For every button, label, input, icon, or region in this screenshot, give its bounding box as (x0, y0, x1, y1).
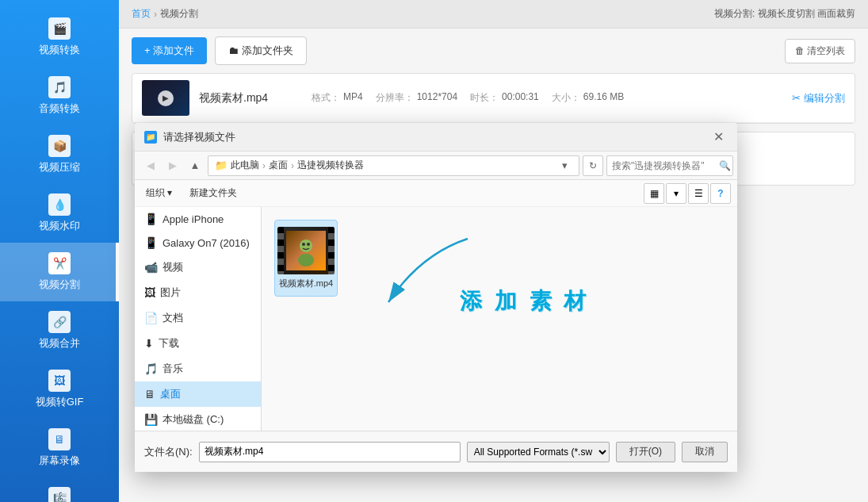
file-list-area: ▶ 视频素材.mp4 格式： MP4 分辨率： 1012*704 时长： 00:… (132, 73, 855, 124)
sidebar-local-disk-c[interactable]: 💾 本地磁盘 (C:) (135, 407, 261, 431)
breadcrumb-current: 视频分割 (160, 7, 198, 21)
organize-button[interactable]: 组织 ▾ (141, 184, 177, 202)
video-strips-right (328, 227, 335, 274)
edit-split-button[interactable]: ✂ 编辑分割 (792, 91, 845, 105)
path-sep-2: › (291, 160, 294, 171)
file-duration: 时长： 00:00:31 (470, 91, 539, 105)
path-sep-1: › (262, 160, 266, 171)
sidebar-pictures[interactable]: 🖼 图片 (135, 280, 261, 305)
new-folder-button[interactable]: 新建文件夹 (183, 184, 243, 202)
file-format: 格式： MP4 (312, 91, 363, 105)
format-select[interactable]: All Supported Formats (*.sw (467, 442, 610, 462)
breadcrumb-home[interactable]: 首页 (132, 7, 151, 21)
music-label: 音乐 (163, 362, 183, 376)
galaxy-on7-label: Galaxy On7 (2016) (163, 237, 250, 249)
video-label: 视频 (163, 260, 183, 274)
desktop-label: 桌面 (160, 387, 181, 401)
video-thumb-image (290, 235, 322, 266)
documents-icon: 📄 (144, 312, 158, 324)
desktop-icon: 🖥 (144, 388, 155, 400)
view-btn-dropdown[interactable]: ▾ (666, 183, 686, 204)
sidebar-item-label-video-convert: 视频转换 (39, 43, 80, 57)
video-thumb-bg (277, 227, 335, 274)
documents-label: 文档 (163, 311, 183, 325)
sidebar-galaxy-on7[interactable]: 📱 Galaxy On7 (2016) (135, 231, 261, 255)
video-thumb-center (286, 231, 326, 270)
search-input[interactable] (606, 155, 733, 176)
view-buttons: ▦ ▾ ☰ ? (644, 183, 731, 204)
refresh-button[interactable]: ↻ (583, 155, 603, 176)
local-disk-c-icon: 💾 (144, 413, 158, 426)
add-folder-button[interactable]: 🖿 添加文件夹 (215, 36, 307, 65)
clear-list-button[interactable]: 🗑 清空列表 (785, 39, 855, 63)
play-button-overlay[interactable]: ▶ (158, 90, 174, 106)
music-icon: 🎵 (144, 362, 158, 375)
add-file-button[interactable]: + 添加文件 (132, 37, 207, 64)
path-dropdown-button[interactable]: ▾ (556, 156, 572, 175)
file-icon-item[interactable]: 视频素材.mp4 (274, 220, 338, 297)
dialog-toolbar2: 组织 ▾ 新建文件夹 ▦ ▾ ☰ ? (135, 180, 737, 207)
file-row: ▶ 视频素材.mp4 格式： MP4 分辨率： 1012*704 时长： 00:… (132, 74, 855, 123)
nav-forward-button[interactable]: ▶ (163, 156, 182, 175)
toolbar: + 添加文件 🖿 添加文件夹 🗑 清空列表 (119, 29, 868, 73)
pictures-label: 图片 (160, 285, 181, 300)
sidebar-item-video-gif[interactable]: 🖼 视频转GIF (0, 360, 119, 419)
sidebar-item-label-video-gif: 视频转GIF (36, 395, 84, 409)
arrow-annotation (373, 231, 499, 326)
video-split-icon: ✂️ (48, 252, 71, 274)
audio-convert-icon: 🎵 (48, 76, 71, 98)
dialog-title-bar: 📁 请选择视频文件 ✕ (135, 123, 737, 151)
path-part-1: 此电脑 (231, 159, 259, 172)
file-picker-dialog: 📁 请选择视频文件 ✕ ◀ ▶ ▲ 📁 此电脑 › 桌面 › 迅捷视频转换器 ▾… (135, 123, 737, 472)
sidebar-music[interactable]: 🎵 音乐 (135, 356, 261, 381)
sidebar-apple-iphone[interactable]: 📱 Apple iPhone (135, 207, 261, 231)
sidebar-documents[interactable]: 📄 文档 (135, 305, 261, 331)
header-right-text: 视频分割: 视频长度切割 画面裁剪 (714, 7, 855, 21)
svg-point-1 (298, 254, 314, 266)
view-btn-2[interactable]: ☰ (688, 183, 709, 204)
open-button[interactable]: 打开(O) (616, 442, 675, 462)
video-convert-icon: 🎬 (48, 17, 71, 40)
view-btn-1[interactable]: ▦ (644, 183, 664, 204)
sidebar-item-video-watermark[interactable]: 💧 视频水印 (0, 184, 119, 243)
nav-up-button[interactable]: ▲ (185, 156, 205, 175)
sidebar-item-video-compress[interactable]: 📦 视频压缩 (0, 125, 119, 184)
help-button[interactable]: ? (710, 183, 731, 204)
sidebar-downloads[interactable]: ⬇ 下载 (135, 331, 261, 356)
file-resolution: 分辨率： 1012*704 (376, 91, 457, 105)
sidebar-item-screen-record[interactable]: 🖥 屏幕录像 (0, 419, 119, 477)
video-compress-icon: 📦 (48, 135, 71, 157)
sidebar-item-video-convert[interactable]: 🎬 视频转换 (0, 8, 119, 67)
path-part-3: 迅捷视频转换器 (297, 159, 364, 172)
cancel-button[interactable]: 取消 (682, 442, 728, 462)
svg-point-0 (300, 240, 312, 252)
dialog-body: 📱 Apple iPhone 📱 Galaxy On7 (2016) 📹 视频 … (135, 207, 737, 431)
search-icon[interactable]: 🔍 (719, 160, 731, 171)
video-watermark-icon: 💧 (48, 194, 71, 216)
sidebar-item-audio-convert[interactable]: 🎵 音频转换 (0, 67, 119, 125)
video-strips-left (277, 227, 284, 274)
pictures-icon: 🖼 (144, 286, 155, 299)
sidebar-item-label-audio-convert: 音频转换 (39, 102, 80, 116)
sidebar-item-label-video-split: 视频分割 (39, 278, 80, 292)
video-bgm-icon: 🎼 (48, 487, 71, 502)
filename-input[interactable] (199, 442, 461, 462)
sidebar-item-video-merge[interactable]: 🔗 视频合并 (0, 301, 119, 360)
sidebar-item-video-bgm[interactable]: 🎼 视频配乐 (0, 477, 119, 502)
nav-back-button[interactable]: ◀ (141, 156, 160, 175)
dialog-close-button[interactable]: ✕ (709, 128, 728, 147)
add-material-annotation: 添 加 素 材 (460, 286, 589, 316)
file-name: 视频素材.mp4 (199, 91, 302, 105)
sidebar-item-label-screen-record: 屏幕录像 (39, 454, 80, 468)
file-size: 大小： 69.16 MB (552, 91, 624, 105)
sidebar-video[interactable]: 📹 视频 (135, 255, 261, 280)
screen-record-icon: 🖥 (48, 428, 71, 450)
galaxy-on7-icon: 📱 (144, 236, 158, 249)
dialog-title-icon: 📁 (144, 131, 157, 144)
file-icon-thumbnail (277, 227, 335, 274)
sidebar-item-video-split[interactable]: ✂️ 视频分割 (0, 243, 119, 301)
dialog-footer: 文件名(N): All Supported Formats (*.sw 打开(O… (135, 431, 737, 472)
svg-point-3 (307, 243, 310, 246)
video-merge-icon: 🔗 (48, 311, 71, 333)
sidebar-desktop[interactable]: 🖥 桌面 (135, 381, 261, 407)
